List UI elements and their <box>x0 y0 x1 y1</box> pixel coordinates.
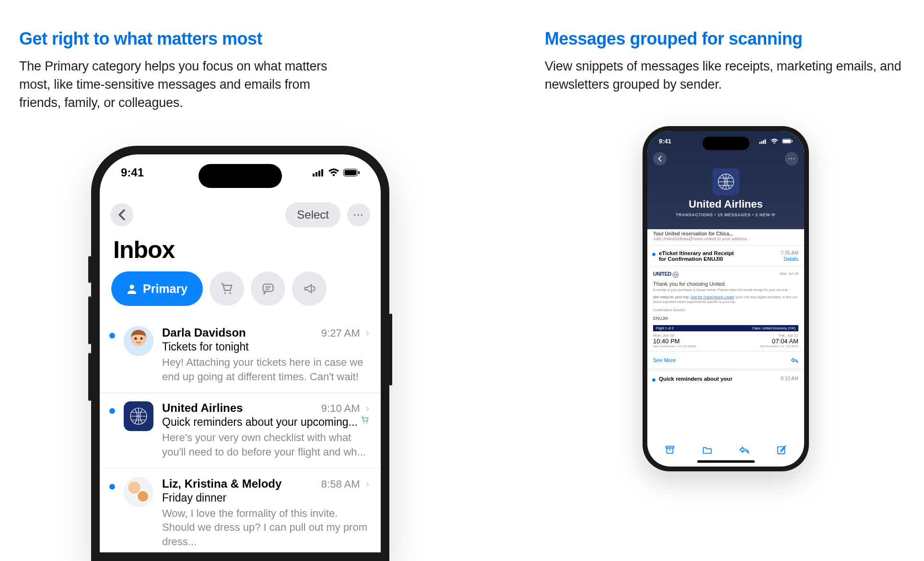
email-preview: Here's your very own checklist with what… <box>162 431 369 459</box>
email-subject: Friday dinner <box>162 491 226 504</box>
email-row[interactable]: Liz, Kristina & Melody8:58 AM ›Friday di… <box>100 468 381 552</box>
message-item-eticket[interactable]: eTicket Itinerary and Receipt for Confir… <box>647 245 804 266</box>
svg-rect-2 <box>318 171 320 176</box>
sender-name: Darla Davidson <box>162 326 246 339</box>
sender-avatar <box>124 477 153 507</box>
unread-dot-icon <box>109 408 115 414</box>
cellular-icon <box>313 169 324 176</box>
svg-point-8 <box>224 292 226 294</box>
message-item-reminders[interactable]: Quick reminders about your 9:10 AM <box>647 371 804 386</box>
svg-point-9 <box>229 292 231 294</box>
more-button[interactable]: ⋯ <box>785 152 798 165</box>
tab-updates[interactable] <box>251 271 285 306</box>
wifi-icon <box>771 139 778 144</box>
megaphone-icon <box>303 282 316 295</box>
chevron-left-icon <box>658 156 662 162</box>
headline-right: Messages grouped for scanning <box>545 29 905 49</box>
inbox-title: Inbox <box>113 236 175 264</box>
chevron-right-icon: › <box>366 402 369 414</box>
svg-rect-10 <box>263 284 273 292</box>
sender-meta: TRANSACTIONS • 15 MESSAGES • 2 NEW ⟳ <box>647 212 804 217</box>
email-row[interactable]: Darla Davidson9:27 AM ›Tickets for tonig… <box>100 317 381 393</box>
svg-point-16 <box>140 338 143 340</box>
tab-promotions[interactable] <box>292 271 327 306</box>
compose-icon[interactable] <box>776 444 787 455</box>
subhead-right: View snippets of messages like receipts,… <box>545 58 905 94</box>
email-list: Darla Davidson9:27 AM ›Tickets for tonig… <box>100 317 381 552</box>
back-button[interactable] <box>653 152 667 165</box>
svg-rect-3 <box>321 169 323 176</box>
bottom-toolbar <box>647 439 804 461</box>
details-link[interactable]: Details <box>781 257 798 262</box>
svg-point-18 <box>363 422 364 423</box>
email-preview: Hey! Attaching your tickets here in case… <box>162 355 369 384</box>
unread-dot-icon <box>652 378 655 382</box>
select-button[interactable]: Select <box>285 202 340 227</box>
receipt-preview: UNITED Mon, Jun 10 Thank you for choosin… <box>647 266 804 325</box>
battery-icon <box>782 139 793 144</box>
archive-icon[interactable] <box>665 444 675 455</box>
email-time: 9:10 AM › <box>321 402 369 415</box>
email-subject: Tickets for tonight <box>162 340 249 353</box>
phone-sender-digest: 9:41 ⋯ United Airlines <box>643 126 809 471</box>
phone-inbox: 9:41 Select ⋯ Inbox <box>91 146 389 561</box>
email-preview: Wow, I love the formality of this invite… <box>162 506 369 549</box>
svg-rect-24 <box>760 142 761 144</box>
svg-point-21 <box>137 491 149 502</box>
cellular-icon <box>759 139 767 144</box>
unread-dot-icon <box>109 333 115 339</box>
subhead-left: The Primary category helps you focus on … <box>19 58 334 112</box>
svg-rect-0 <box>313 174 315 176</box>
back-button[interactable] <box>110 203 133 226</box>
dynamic-island <box>199 164 282 188</box>
prev-message-snippet[interactable]: Your United reservation for Chica... Add… <box>647 229 804 245</box>
email-time: 9:27 AM › <box>321 327 369 339</box>
unread-dot-icon <box>652 253 655 256</box>
sender-avatar <box>124 401 153 431</box>
battery-icon <box>343 169 360 176</box>
united-globe-icon <box>672 271 679 278</box>
svg-rect-25 <box>761 141 762 144</box>
svg-point-15 <box>135 338 137 340</box>
chevron-left-icon <box>117 209 126 221</box>
svg-rect-1 <box>316 172 317 176</box>
sender-name: United Airlines <box>162 401 243 415</box>
folder-icon[interactable] <box>702 444 713 455</box>
more-button[interactable]: ⋯ <box>347 203 370 226</box>
cart-icon <box>220 282 234 295</box>
sender-logo <box>713 168 739 195</box>
email-subject: Quick reminders about your upcoming... <box>162 416 358 429</box>
headline-left: Get right to what matters most <box>19 29 334 49</box>
cart-badge-icon <box>361 416 369 429</box>
unread-dot-icon <box>109 484 115 490</box>
flight-segment-bar: Flight 1 of 2 Class: United Economy (Y/K… <box>653 325 798 331</box>
svg-rect-27 <box>765 139 766 143</box>
united-wordmark: UNITED <box>653 271 671 277</box>
home-indicator <box>697 460 755 463</box>
svg-point-19 <box>366 422 367 423</box>
tab-transactions[interactable] <box>210 271 244 306</box>
sender-avatar <box>124 326 153 356</box>
svg-rect-30 <box>792 140 793 142</box>
dynamic-island <box>702 137 749 150</box>
sender-title: United Airlines <box>647 198 804 210</box>
status-time: 9:41 <box>659 138 671 145</box>
wifi-icon <box>328 168 339 177</box>
chevron-right-icon: › <box>366 327 369 339</box>
svg-rect-34 <box>667 448 673 453</box>
svg-point-7 <box>129 285 134 289</box>
tab-primary[interactable]: Primary <box>111 271 203 306</box>
sender-name: Liz, Kristina & Melody <box>162 477 281 491</box>
reply-icon[interactable] <box>791 357 798 363</box>
email-time: 8:58 AM › <box>321 478 369 491</box>
chevron-right-icon: › <box>366 478 369 490</box>
svg-rect-6 <box>358 171 360 174</box>
see-more-button[interactable]: See More <box>653 357 676 363</box>
status-indicators <box>313 166 360 179</box>
flight-times: Mon, Jun 10 10:40 PM New York/Newark, NJ… <box>647 331 804 352</box>
reply-icon[interactable] <box>739 444 749 455</box>
person-icon <box>127 283 137 294</box>
email-row[interactable]: United Airlines9:10 AM ›Quick reminders … <box>100 393 381 468</box>
svg-rect-5 <box>345 170 357 175</box>
status-time: 9:41 <box>121 166 144 179</box>
